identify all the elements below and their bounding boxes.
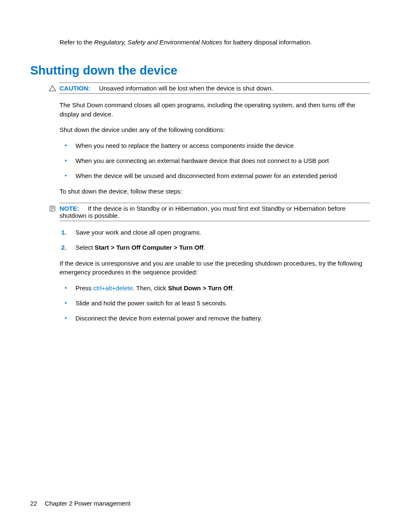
note-callout: NOTE: If the device is in Standby or in … bbox=[60, 203, 370, 221]
note-text: If the device is in Standby or in Hibern… bbox=[60, 205, 345, 219]
paragraph-3: To shut down the device, follow these st… bbox=[60, 187, 370, 196]
caution-text: Unsaved information will be lost when th… bbox=[99, 85, 273, 92]
step-bold: Start > Turn Off Computer > Turn Off bbox=[95, 244, 203, 251]
intro-suffix: for battery disposal information. bbox=[222, 39, 312, 46]
step-number: 1. bbox=[61, 228, 67, 237]
list-item: When you are connecting an external hard… bbox=[60, 156, 370, 165]
conditions-list: When you need to replace the battery or … bbox=[60, 141, 370, 180]
step-number: 2. bbox=[61, 243, 67, 252]
intro-italic: Regulatory, Safety and Environmental Not… bbox=[94, 39, 223, 46]
list-item: When the device will be unused and disco… bbox=[60, 171, 370, 181]
list-item: Press ctrl+alt+delete. Then, click Shut … bbox=[60, 284, 370, 293]
intro-paragraph: Refer to the Regulatory, Safety and Envi… bbox=[60, 38, 370, 47]
content-area: CAUTION: Unsaved information will be los… bbox=[60, 83, 370, 323]
emergency-bold: Shut Down > Turn Off bbox=[168, 284, 232, 292]
list-item: When you need to replace the battery or … bbox=[60, 141, 370, 150]
caution-callout: CAUTION: Unsaved information will be los… bbox=[60, 83, 370, 94]
intro-prefix: Refer to the bbox=[60, 39, 94, 46]
list-item: 1. Save your work and close all open pro… bbox=[60, 228, 370, 237]
list-item: Disconnect the device from external powe… bbox=[60, 314, 370, 323]
step-text: Save your work and close all open progra… bbox=[75, 229, 201, 236]
note-label: NOTE: bbox=[60, 205, 79, 212]
emergency-pre: Press bbox=[75, 284, 94, 292]
emergency-mid: . Then, click bbox=[133, 284, 168, 292]
chapter-label: Chapter 2 Power management bbox=[45, 500, 130, 507]
steps-list: 1. Save your work and close all open pro… bbox=[60, 228, 370, 252]
caution-icon bbox=[49, 85, 56, 92]
paragraph-4: If the device is unresponsive and you ar… bbox=[60, 259, 370, 277]
list-item: 2. Select Start > Turn Off Computer > Tu… bbox=[60, 243, 370, 252]
note-icon bbox=[49, 205, 56, 212]
page-footer: 22 Chapter 2 Power management bbox=[30, 500, 130, 507]
step-suffix: . bbox=[203, 244, 205, 251]
paragraph-1: The Shut Down command closes all open pr… bbox=[60, 101, 370, 119]
section-heading: Shutting down the device bbox=[30, 64, 370, 77]
page-number: 22 bbox=[30, 500, 37, 507]
step-prefix: Select bbox=[75, 244, 95, 251]
caution-label: CAUTION: bbox=[60, 85, 90, 92]
paragraph-2: Shut down the device under any of the fo… bbox=[60, 125, 370, 134]
emergency-link: ctrl+alt+delete bbox=[94, 284, 133, 292]
list-item: Slide and hold the power switch for at l… bbox=[60, 299, 370, 308]
emergency-post: . bbox=[232, 284, 234, 292]
emergency-list: Press ctrl+alt+delete. Then, click Shut … bbox=[60, 284, 370, 323]
